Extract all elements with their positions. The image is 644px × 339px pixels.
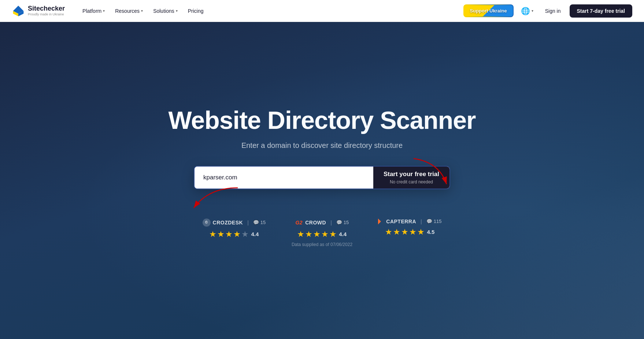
nav-platform[interactable]: Platform ▾ xyxy=(78,5,109,17)
capterra-logo: Capterra xyxy=(378,219,416,224)
g2-stars: ★ ★ ★ ★ ★ 4.4 xyxy=(297,230,347,239)
star-1: ★ xyxy=(209,230,216,239)
ukraine-button[interactable]: Support Ukraine xyxy=(464,5,513,16)
resources-chevron-icon: ▾ xyxy=(141,9,143,13)
nav-pricing[interactable]: Pricing xyxy=(184,5,208,17)
platform-chevron-icon: ▾ xyxy=(103,9,105,13)
review-crozdesk: © crozdesk | 💬 15 ★ ★ ★ ★ ★ 4.4 xyxy=(203,219,266,239)
crozdesk-name: crozdesk xyxy=(213,220,243,226)
capterra-count-value: 115 xyxy=(434,219,442,224)
nav-links: Platform ▾ Resources ▾ Solutions ▾ Prici… xyxy=(78,5,463,17)
signin-button[interactable]: Sign in xyxy=(541,5,565,17)
cap-star-1: ★ xyxy=(385,227,392,237)
g2crowd-logo: G2 CROWD xyxy=(295,219,326,227)
trial-button[interactable]: Start 7-day free trial xyxy=(570,4,633,18)
hero-section: Website Directory Scanner Enter a domain… xyxy=(0,22,644,339)
comment-icon-3: 💬 xyxy=(426,219,432,224)
g2-star-1: ★ xyxy=(297,230,304,239)
g2-count-value: 15 xyxy=(344,220,349,225)
g2-score: 4.4 xyxy=(339,231,347,237)
review-capterra: Capterra | 💬 115 ★ ★ ★ ★ ★ 4.5 xyxy=(378,219,441,239)
review-capterra-header: Capterra | 💬 115 xyxy=(378,219,441,224)
capterra-score: 4.5 xyxy=(427,229,434,235)
review-divider-1: | xyxy=(247,220,249,226)
crozdesk-score: 4.4 xyxy=(251,231,259,237)
crozdesk-logo: © crozdesk xyxy=(203,219,243,227)
logo-icon xyxy=(12,4,25,18)
capterra-count: 💬 115 xyxy=(426,219,442,224)
review-g2-header: G2 CROWD | 💬 15 xyxy=(295,219,349,227)
nav-resources[interactable]: Resources ▾ xyxy=(111,5,147,17)
comment-icon-1: 💬 xyxy=(253,220,259,225)
logo[interactable]: Sitechecker Proudly made in Ukraine xyxy=(12,4,65,18)
reviews-section: © crozdesk | 💬 15 ★ ★ ★ ★ ★ 4.4 xyxy=(203,219,442,239)
crozdesk-icon: © xyxy=(203,219,211,227)
lang-chevron-icon: ▾ xyxy=(532,9,533,13)
logo-tagline: Proudly made in Ukraine xyxy=(28,12,65,16)
navbar: Sitechecker Proudly made in Ukraine Plat… xyxy=(0,0,644,22)
data-source: Data supplied as of 07/06/2022 xyxy=(292,242,352,247)
cap-star-3: ★ xyxy=(401,227,408,237)
star-5: ★ xyxy=(241,230,249,239)
g2-star-2: ★ xyxy=(305,230,312,239)
g2-star-5: ★ xyxy=(329,230,337,239)
arrow-left-icon xyxy=(186,184,238,213)
crozdesk-count: 💬 15 xyxy=(253,220,266,225)
cap-star-4: ★ xyxy=(409,227,417,237)
ukraine-btn-container: Support Ukraine xyxy=(463,4,514,17)
review-crozdesk-header: © crozdesk | 💬 15 xyxy=(203,219,266,227)
review-g2crowd: G2 CROWD | 💬 15 ★ ★ ★ ★ ★ 4.4 xyxy=(295,219,349,239)
hero-subtitle: Enter a domain to discover site director… xyxy=(241,141,403,150)
capterra-name: Capterra xyxy=(386,219,416,224)
cap-star-2: ★ xyxy=(393,227,400,237)
nav-solutions[interactable]: Solutions ▾ xyxy=(149,5,182,17)
hero-title: Website Directory Scanner xyxy=(168,107,475,134)
g2crowd-name: CROWD xyxy=(305,220,326,226)
logo-name: Sitechecker xyxy=(28,5,65,12)
comment-icon-2: 💬 xyxy=(336,220,342,225)
star-2: ★ xyxy=(217,230,225,239)
cap-star-5: ★ xyxy=(417,227,425,237)
crozdesk-count-value: 15 xyxy=(260,220,266,225)
language-button[interactable]: 🌐 ▾ xyxy=(518,4,536,18)
star-3: ★ xyxy=(225,230,233,239)
globe-icon: 🌐 xyxy=(521,7,530,15)
review-divider-2: | xyxy=(330,220,332,226)
capterra-icon xyxy=(378,219,384,224)
star-4: ★ xyxy=(233,230,241,239)
review-divider-3: | xyxy=(421,219,422,224)
g2-star-4: ★ xyxy=(321,230,329,239)
g2-star-3: ★ xyxy=(313,230,321,239)
g2-count: 💬 15 xyxy=(336,220,349,225)
crozdesk-stars: ★ ★ ★ ★ ★ 4.4 xyxy=(209,230,259,239)
solutions-chevron-icon: ▾ xyxy=(176,9,178,13)
nav-right: Support Ukraine 🌐 ▾ Sign in Start 7-day … xyxy=(463,4,632,18)
capterra-stars: ★ ★ ★ ★ ★ 4.5 xyxy=(385,227,434,237)
arrow-right-icon xyxy=(410,155,454,191)
g2crowd-icon: G2 xyxy=(295,219,303,227)
